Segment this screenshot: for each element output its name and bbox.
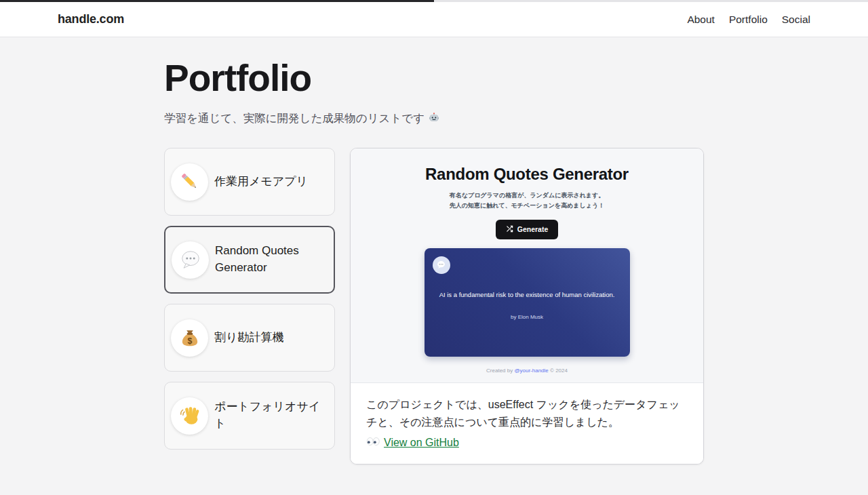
project-card-portfolio-site[interactable]: ポートフォリオサイト — [164, 382, 335, 450]
generate-button-label: Generate — [517, 225, 549, 233]
project-title: ポートフォリオサイト — [214, 399, 326, 432]
view-on-github-link[interactable]: View on GitHub — [366, 437, 459, 449]
shuffle-icon — [506, 225, 513, 234]
preview-subtitle-line2: 先人の知恵に触れて、モチベーションを高めましょう！ — [367, 201, 687, 211]
scroll-progress-fill — [0, 0, 434, 2]
preview-subtitle-line1: 有名なプログラマの格言が、ランダムに表示されます。 — [367, 191, 687, 201]
credit-handle-link[interactable]: @your-handle — [514, 368, 548, 374]
project-card-random-quotes[interactable]: Random Quotes Generator — [164, 226, 335, 294]
project-title: 作業用メモアプリ — [214, 174, 308, 191]
preview-app-subtitle: 有名なプログラマの格言が、ランダムに表示されます。 先人の知恵に触れて、モチベー… — [367, 191, 687, 212]
nav-item-about[interactable]: About — [687, 14, 715, 26]
credit-suffix: © 2024 — [549, 368, 568, 374]
content-grid: 作業用メモアプリ Random Quotes Generator — [164, 148, 704, 464]
money-bag-emoji-icon: $ — [171, 319, 208, 357]
preview-app-title: Random Quotes Generator — [367, 165, 687, 184]
nav-item-portfolio[interactable]: Portfolio — [729, 14, 768, 26]
main-nav: About Portfolio Social — [687, 14, 810, 26]
project-title: 割り勘計算機 — [214, 330, 283, 346]
site-logo[interactable]: handle.com — [58, 12, 124, 26]
main-content: Portfolio 学習を通じて、実際に開発した成果物のリストです — [164, 60, 704, 464]
site-header: handle.com About Portfolio Social — [0, 0, 868, 37]
project-title: Random Quotes Generator — [215, 243, 326, 276]
pencil-emoji-icon — [171, 163, 208, 201]
preview-credit: Created by @your-handle © 2024 — [367, 368, 687, 374]
project-card-memo-app[interactable]: 作業用メモアプリ — [164, 148, 335, 216]
speech-balloon-emoji-icon — [433, 256, 450, 274]
eyes-emoji-icon — [366, 437, 380, 449]
project-detail-panel: Random Quotes Generator 有名なプログラマの格言が、ランダ… — [350, 148, 704, 464]
nav-item-social[interactable]: Social — [782, 14, 810, 26]
view-on-github-label: View on GitHub — [384, 437, 459, 449]
robot-emoji-icon — [428, 111, 440, 126]
project-description-area: このプロジェクトでは、useEffect フックを使ったデータフェッチと、その注… — [351, 382, 703, 464]
scroll-progress-track — [0, 0, 868, 2]
waving-hand-emoji-icon — [171, 397, 208, 435]
project-card-split-bill[interactable]: $ 割り勘計算機 — [164, 304, 335, 372]
speech-balloon-emoji-icon — [172, 241, 209, 279]
svg-text:$: $ — [187, 336, 192, 346]
page-subtitle-text: 学習を通じて、実際に開発した成果物のリストです — [164, 111, 425, 126]
project-list: 作業用メモアプリ Random Quotes Generator — [164, 148, 335, 450]
page-subtitle: 学習を通じて、実際に開発した成果物のリストです — [164, 111, 704, 126]
quote-card: AI is a fundamental risk to the existenc… — [425, 248, 630, 357]
project-description: このプロジェクトでは、useEffect フックを使ったデータフェッチと、その注… — [366, 396, 688, 431]
generate-button[interactable]: Generate — [496, 220, 559, 239]
quote-author: by Elon Musk — [433, 314, 622, 320]
credit-prefix: Created by — [486, 368, 514, 374]
app-preview: Random Quotes Generator 有名なプログラマの格言が、ランダ… — [351, 148, 703, 382]
page-title: Portfolio — [164, 60, 704, 97]
quote-text: AI is a fundamental risk to the existenc… — [433, 256, 622, 300]
